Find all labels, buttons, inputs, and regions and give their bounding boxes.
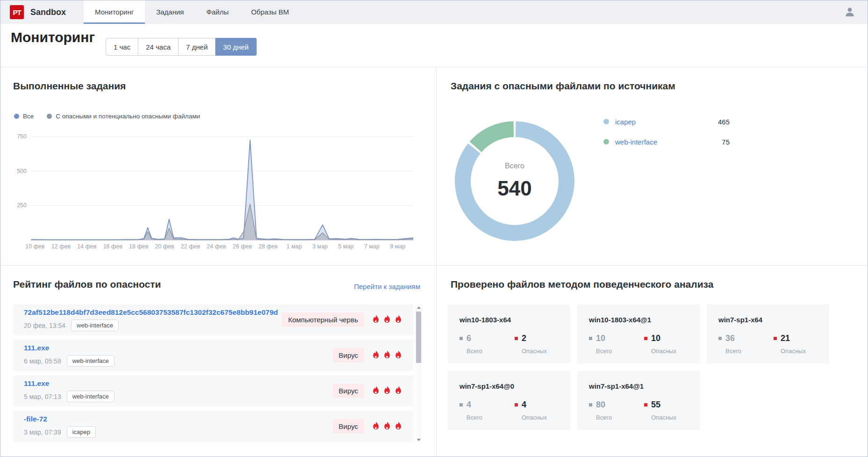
file-row[interactable]: 72af512be118d4bf7d3eed812e5cc56803753587… — [13, 304, 414, 335]
file-row[interactable]: -file-723 мар, 07:39icapepВирус — [13, 411, 414, 442]
panel-file-ranking: Рейтинг файлов по опасности Перейти к за… — [0, 265, 436, 457]
tab-2[interactable]: Задания — [145, 0, 195, 24]
vm-stat-top: 4 — [515, 400, 570, 410]
source-legend-dot — [603, 119, 609, 124]
vm-cards-grid: win10-1803-x646Всего2Опасныхwin10-1803-x… — [448, 305, 829, 430]
legend-item-1[interactable]: Все — [14, 113, 34, 120]
flame-icon — [395, 386, 402, 396]
file-date: 20 фев, 13:54 — [24, 322, 65, 329]
flame-icon — [372, 421, 380, 431]
flame-icon — [383, 350, 391, 360]
app-window: PT Sandbox МониторингЗаданияФайлыОбразы … — [0, 0, 868, 457]
vm-stat-top: 55 — [644, 400, 699, 410]
vm-stat-number: 55 — [651, 400, 660, 410]
source-link[interactable]: web-interface — [615, 138, 657, 146]
verdict-badge: Вирус — [333, 384, 364, 398]
file-date: 5 мар, 07:13 — [24, 393, 61, 400]
flame-icon — [383, 315, 391, 325]
product-name: Sandbox — [30, 0, 66, 24]
danger-flames — [372, 386, 402, 396]
file-link[interactable]: 72af512be118d4bf7d3eed812e5cc56803753587… — [24, 308, 278, 317]
danger-flames — [372, 315, 402, 325]
go-to-tasks-link[interactable]: Перейти к заданиям — [354, 283, 420, 290]
panel-dangerous-sources: Задания с опасными файлами по источникам… — [436, 67, 868, 265]
svg-text:26 фев: 26 фев — [233, 243, 252, 250]
verdict-badge: Вирус — [333, 419, 364, 434]
vm-stat-col: 21Опасных — [774, 334, 829, 355]
panel-title-dangerous-sources: Задания с опасными файлами по источникам — [451, 80, 675, 92]
vm-stat-label: Всего — [596, 414, 644, 421]
vm-name: win10-1803-x64 — [459, 316, 570, 324]
source-legend-row: icapep465 — [603, 116, 730, 127]
scrollbar-down-arrow[interactable] — [415, 436, 422, 443]
tab-1[interactable]: Мониторинг — [84, 0, 145, 24]
range-button-1[interactable]: 1 час — [106, 38, 138, 56]
file-link[interactable]: 111.exe — [24, 379, 115, 388]
vm-stat-number: 21 — [781, 334, 790, 343]
svg-text:5 мар: 5 мар — [338, 243, 354, 250]
file-row-info: 111.exe6 мар, 05:58web-interface — [24, 344, 115, 367]
file-link[interactable]: -file-72 — [24, 415, 96, 423]
total-bullet — [589, 403, 592, 406]
list-scrollbar[interactable] — [415, 304, 422, 443]
vm-stats: 36Всего21Опасных — [718, 334, 829, 355]
source-chip: icapep — [67, 426, 96, 438]
vm-stat-top: 10 — [589, 334, 644, 343]
vm-stat-label: Всего — [466, 348, 515, 355]
file-row[interactable]: 111.exe5 мар, 07:13web-interfaceВирус — [13, 375, 414, 406]
file-link[interactable]: 111.exe — [24, 344, 115, 352]
source-value: 465 — [718, 118, 730, 126]
user-icon — [844, 7, 855, 18]
dangerous-bullet — [515, 403, 518, 406]
vm-name: win7-sp1-x64@0 — [459, 382, 570, 390]
vm-stats: 10Всего10Опасных — [589, 334, 700, 355]
donut-total-value: 540 — [497, 177, 531, 200]
verdict-badge: Вирус — [333, 348, 364, 363]
vm-stat-number: 36 — [725, 334, 735, 343]
vm-card: win7-sp1-x64@180Всего55Опасных — [577, 371, 700, 430]
vm-stat-top: 36 — [718, 334, 774, 343]
vm-stat-label: Всего — [725, 348, 774, 355]
page-title: Мониторинг — [11, 29, 95, 45]
legend-item-2[interactable]: С опасными и потенциально опасными файла… — [47, 113, 200, 120]
flame-icon — [395, 315, 402, 325]
file-row-meta: 5 мар, 07:13web-interface — [24, 391, 115, 402]
scrollbar-up-arrow[interactable] — [415, 304, 422, 311]
tab-3[interactable]: Файлы — [195, 0, 240, 24]
tab-4[interactable]: Образы ВМ — [240, 0, 300, 24]
file-row-verdict: Вирус — [333, 384, 402, 398]
source-chip: web-interface — [67, 355, 115, 367]
verdict-badge: Компьютерный червь — [282, 312, 364, 327]
dangerous-bullet — [644, 403, 647, 406]
source-chip: web-interface — [71, 319, 119, 331]
file-date: 6 мар, 05:58 — [24, 357, 61, 365]
time-range-group: 1 час24 часа7 дней30 дней — [106, 38, 257, 56]
legend-dot — [14, 114, 19, 119]
user-menu-button[interactable] — [844, 7, 855, 20]
svg-text:24 фев: 24 фев — [207, 243, 226, 250]
svg-text:500: 500 — [17, 168, 27, 174]
range-button-2[interactable]: 24 часа — [138, 38, 179, 56]
svg-text:10 фев: 10 фев — [25, 243, 45, 250]
vm-stat-col: 4Всего — [459, 400, 515, 421]
file-row[interactable]: 111.exe6 мар, 05:58web-interfaceВирус — [13, 340, 414, 371]
source-legend-dot — [603, 139, 609, 145]
donut-center-label: Всего — [505, 162, 524, 170]
svg-text:3 мар: 3 мар — [312, 243, 328, 250]
range-button-3[interactable]: 7 дней — [179, 38, 215, 56]
scrollbar-thumb[interactable] — [416, 312, 421, 363]
svg-text:14 фев: 14 фев — [77, 243, 97, 250]
dangerous-bullet — [774, 337, 777, 340]
range-button-4[interactable]: 30 дней — [215, 38, 257, 56]
svg-text:7 мар: 7 мар — [364, 243, 380, 250]
dangerous-bullet — [515, 337, 518, 340]
vm-stat-top: 21 — [774, 334, 829, 343]
svg-text:20 фев: 20 фев — [155, 243, 174, 250]
legend-dot — [47, 114, 52, 119]
source-link[interactable]: icapep — [615, 118, 636, 126]
pt-logo[interactable]: PT — [10, 5, 24, 19]
danger-flames — [372, 421, 402, 431]
file-row-info: -file-723 мар, 07:39icapep — [24, 415, 96, 438]
vm-stat-top: 2 — [515, 334, 570, 343]
file-row-verdict: Вирус — [333, 348, 402, 363]
